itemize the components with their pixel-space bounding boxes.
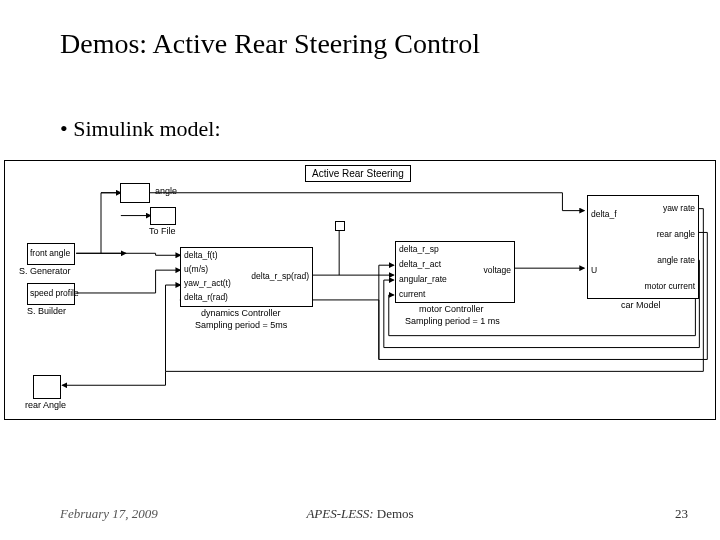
car-model-name: car Model (621, 301, 661, 311)
car-out-2: rear angle (657, 230, 695, 239)
front-angle-type: S. Generator (19, 267, 71, 277)
motor-in-3: angular_rate (399, 275, 447, 284)
motor-controller-name: motor Controller (419, 305, 484, 315)
dynamics-controller-name: dynamics Controller (201, 309, 281, 319)
angle-display-block (120, 183, 150, 203)
dyn-in-3: yaw_r_act(t) (184, 279, 231, 288)
motor-in-1: delta_r_sp (399, 245, 439, 254)
slide-title: Demos: Active Rear Steering Control (60, 28, 480, 60)
dyn-in-2: u(m/s) (184, 265, 208, 274)
speed-profile-block: speed profile (27, 283, 75, 305)
motor-out: voltage (484, 266, 511, 275)
footer-center: APES-LESS: Demos (306, 506, 413, 522)
bullet-text: Simulink model: (60, 116, 221, 142)
speed-profile-port: speed profile (30, 289, 79, 298)
footer-center-prefix: APES-LESS: (306, 506, 373, 521)
dyn-in-4: delta_r(rad) (184, 293, 228, 302)
car-out-1: yaw rate (663, 204, 695, 213)
car-in-2: U (591, 266, 597, 275)
dynamics-controller-sample: Sampling period = 5ms (195, 321, 287, 331)
diagram-title-label: Active Rear Steering (305, 165, 411, 182)
dynamics-controller-block: delta_f(t) u(m/s) yaw_r_act(t) delta_r(r… (180, 247, 313, 307)
front-angle-block: front angle (27, 243, 75, 265)
car-out-4: motor current (644, 282, 695, 291)
car-in-1: delta_f (591, 210, 617, 219)
footer-date: February 17, 2009 (60, 506, 158, 522)
motor-controller-sample: Sampling period = 1 ms (405, 317, 500, 327)
to-file-block (150, 207, 176, 225)
motor-controller-block: delta_r_sp delta_r_act angular_rate curr… (395, 241, 515, 303)
rear-angle-sink (33, 375, 61, 399)
angle-display-label: angle (155, 187, 177, 197)
footer-center-suffix: Demos (374, 506, 414, 521)
rear-angle-sink-label: rear Angle (25, 401, 66, 411)
to-file-label: To File (149, 227, 176, 237)
speed-profile-type: S. Builder (27, 307, 66, 317)
simulink-diagram: Active Rear Steering angle To File front… (4, 160, 716, 420)
front-angle-port: front angle (30, 249, 70, 258)
footer-page-number: 23 (675, 506, 688, 522)
dyn-in-1: delta_f(t) (184, 251, 218, 260)
car-model-block: delta_f U yaw rate rear angle angle rate… (587, 195, 699, 299)
dyn-out: delta_r_sp(rad) (251, 272, 309, 281)
motor-in-2: delta_r_act (399, 260, 441, 269)
mux-block (335, 221, 345, 231)
motor-in-4: current (399, 290, 425, 299)
car-out-3: angle rate (657, 256, 695, 265)
